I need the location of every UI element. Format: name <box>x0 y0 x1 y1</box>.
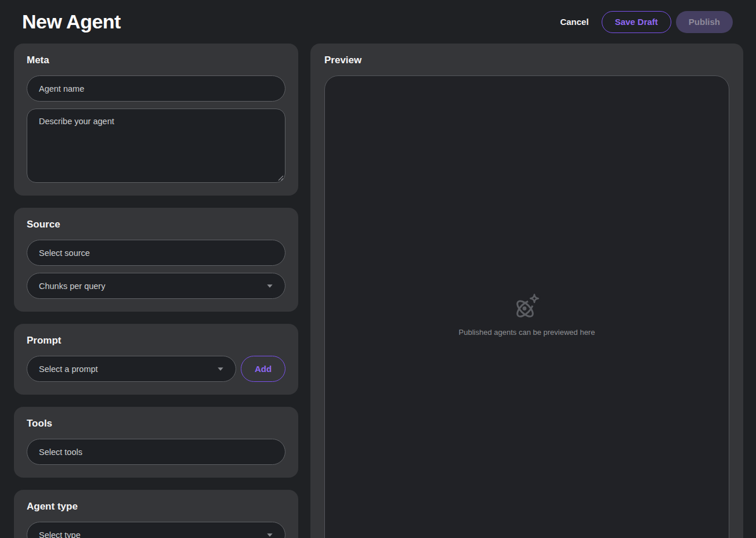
page-title: New Agent <box>22 10 121 33</box>
preview-card: Preview Published agents can be previewe… <box>310 44 743 538</box>
select-type-value: Select type <box>39 530 81 538</box>
agent-type-card-title: Agent type <box>27 501 285 512</box>
chevron-down-icon <box>266 284 273 288</box>
chunks-per-query-value: Chunks per query <box>39 281 105 291</box>
page-header: New Agent Cancel Save Draft Publish <box>0 0 756 44</box>
chunks-per-query-select[interactable]: Chunks per query <box>27 273 285 299</box>
agent-description-textarea[interactable] <box>27 109 285 183</box>
agent-name-input[interactable] <box>27 75 285 102</box>
preview-empty-text: Published agents can be previewed here <box>459 328 595 337</box>
agent-description-wrap <box>27 109 285 183</box>
save-draft-button[interactable]: Save Draft <box>602 11 671 33</box>
publish-button[interactable]: Publish <box>676 11 733 33</box>
prompt-card: Prompt Select a prompt Add <box>14 324 298 395</box>
source-card-title: Source <box>27 219 285 230</box>
agent-type-card: Agent type Select type <box>14 490 298 538</box>
preview-card-title: Preview <box>324 55 729 66</box>
add-prompt-button[interactable]: Add <box>241 356 285 382</box>
agent-atom-sparkle-icon <box>512 292 542 322</box>
prompt-row: Select a prompt Add <box>27 356 285 382</box>
select-prompt-value: Select a prompt <box>39 364 98 374</box>
chevron-down-icon <box>266 533 273 537</box>
chevron-down-icon <box>217 367 224 371</box>
main-content: Meta Source Chunks per query Prompt <box>14 44 743 538</box>
header-actions: Cancel Save Draft Publish <box>558 11 733 33</box>
select-type-select[interactable]: Select type <box>27 522 285 538</box>
tools-card: Tools <box>14 407 298 478</box>
prompt-card-title: Prompt <box>27 335 285 346</box>
select-source-input[interactable] <box>27 240 285 266</box>
meta-card: Meta <box>14 44 298 196</box>
form-column: Meta Source Chunks per query Prompt <box>14 44 298 538</box>
select-tools-input[interactable] <box>27 439 285 465</box>
source-card: Source Chunks per query <box>14 208 298 312</box>
cancel-button[interactable]: Cancel <box>558 11 591 33</box>
meta-card-title: Meta <box>27 55 285 66</box>
preview-panel: Published agents can be previewed here <box>324 75 729 538</box>
select-prompt-select[interactable]: Select a prompt <box>27 356 236 382</box>
tools-card-title: Tools <box>27 418 285 429</box>
